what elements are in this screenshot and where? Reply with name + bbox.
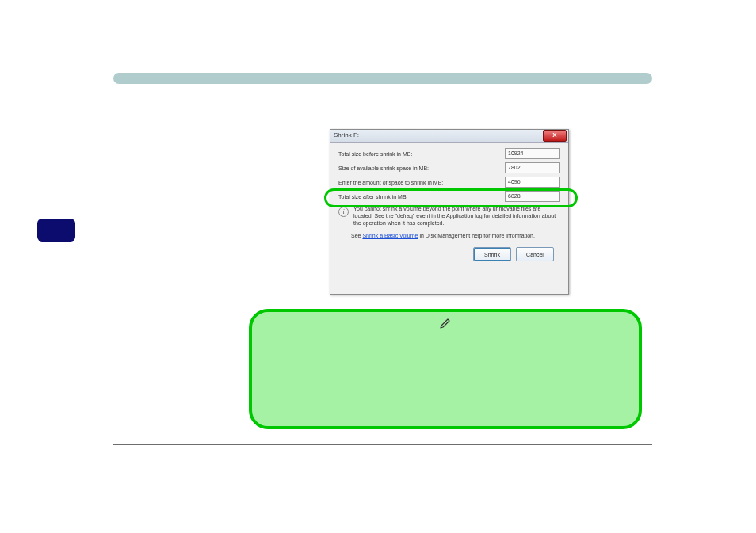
info-icon: i (338, 207, 349, 217)
value-total-after: 6828 (505, 191, 560, 202)
label-total-after: Total size after shrink in MB: (338, 194, 505, 200)
input-amount-to-shrink[interactable] (505, 177, 560, 188)
help-line: See Shrink a Basic Volume in Disk Manage… (351, 233, 560, 238)
cancel-button[interactable]: Cancel (516, 247, 554, 261)
help-link[interactable]: Shrink a Basic Volume (362, 233, 418, 238)
row-amount-to-shrink: Enter the amount of space to shrink in M… (338, 176, 560, 188)
tip-box (249, 309, 642, 429)
close-button[interactable]: X (543, 130, 567, 142)
section-header-bar (113, 73, 652, 84)
row-total-after: Total size after shrink in MB: 6828 (338, 190, 560, 203)
label-amount-to-shrink: Enter the amount of space to shrink in M… (338, 180, 505, 185)
row-total-before: Total size before shrink in MB: 10924 (338, 147, 560, 160)
help-suffix: in Disk Management help for more informa… (419, 233, 535, 238)
value-available: 7802 (505, 162, 560, 173)
help-prefix: See (351, 233, 362, 238)
close-icon: X (544, 131, 566, 139)
label-available: Size of available shrink space in MB: (338, 166, 505, 171)
shrink-volume-dialog: Shrink F: X Total size before shrink in … (330, 129, 569, 295)
page-side-tab (37, 219, 75, 242)
dialog-title: Shrink F: (334, 131, 359, 139)
label-total-before: Total size before shrink in MB: (338, 151, 505, 157)
pencil-icon (439, 317, 452, 333)
value-total-before: 10924 (505, 148, 560, 159)
shrink-button[interactable]: Shrink (473, 247, 511, 261)
info-text: You cannot shrink a volume beyond the po… (353, 206, 560, 227)
footer-rule (113, 444, 652, 445)
info-block: i You cannot shrink a volume beyond the … (338, 206, 560, 227)
dialog-titlebar: Shrink F: X (330, 130, 568, 143)
row-available: Size of available shrink space in MB: 78… (338, 162, 560, 174)
